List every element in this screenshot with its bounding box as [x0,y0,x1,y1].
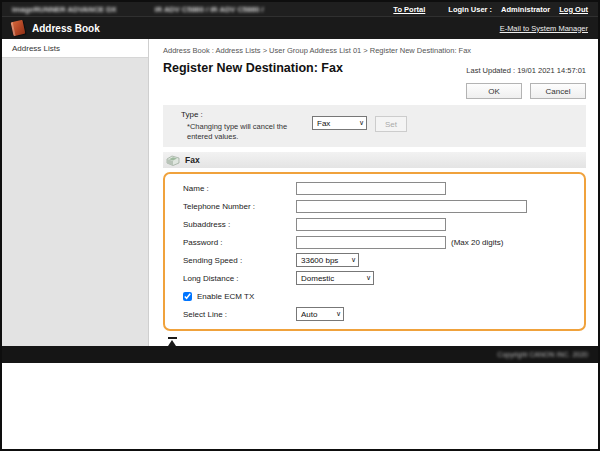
form-row-ecm: Enable ECM TX [165,287,584,305]
chevron-down-icon: ∨ [332,310,341,318]
device-names: iR ADV C5860 / iR ADV C5860 / [155,5,264,14]
sending-speed-select[interactable]: 33600 bps ∨ [296,253,359,267]
type-controls: Fax ∨ Set [312,116,407,142]
fax-section-title: Fax [185,155,200,165]
sending-speed-label: Sending Speed : [165,256,296,265]
type-label-block: Type : *Changing type will cancel the en… [181,110,312,142]
remote-ui-window: imageRUNNER ADVANCE DX iR ADV C5860 / iR… [0,0,600,451]
login-user-label: Login User : [448,5,492,14]
long-distance-select[interactable]: Domestic ∨ [296,271,374,285]
password-label: Password : [165,238,296,247]
chevron-down-icon: ∨ [347,256,356,264]
footer-bar: Copyright CANON INC. 2020 [2,346,598,363]
form-row-long-distance: Long Distance : Domestic ∨ [165,269,584,287]
app-title: Address Book [32,23,100,34]
select-line-value: Auto [301,310,317,319]
login-user-name: Administrator [501,5,550,14]
form-row-select-line: Select Line : Auto ∨ [165,305,584,323]
type-selected-value: Fax [317,119,330,128]
ecm-label[interactable]: Enable ECM TX [197,292,254,301]
session-links: To Portal Login User : Administrator Log… [393,5,588,14]
type-note: *Changing type will cancel the entered v… [187,122,291,142]
fax-machine-icon [166,155,180,166]
email-system-manager-link[interactable]: E-Mail to System Manager [500,24,588,33]
action-buttons: OK Cancel [163,83,586,99]
form-row-password: Password : (Max 20 digits) [165,233,584,251]
type-label: Type : [181,110,312,119]
form-row-subaddress: Subaddress : [165,215,584,233]
telephone-input[interactable] [296,200,527,213]
type-panel: Type : *Changing type will cancel the en… [163,105,586,147]
fax-form: Name : Telephone Number : Subaddress : P… [163,172,586,331]
sending-speed-value: 33600 bps [301,256,338,265]
password-input[interactable] [296,236,446,249]
chevron-down-icon: ∨ [362,274,371,282]
breadcrumb: Address Book : Address Lists > User Grou… [163,46,586,55]
title-row: Register New Destination: Fax Last Updat… [163,61,586,75]
type-select[interactable]: Fax ∨ [312,116,367,130]
form-row-sending-speed: Sending Speed : 33600 bps ∨ [165,251,584,269]
last-updated: Last Updated : 19/01 2021 14:57:01 [466,66,586,75]
device-bar: imageRUNNER ADVANCE DX iR ADV C5860 / iR… [2,2,598,17]
sidebar-item-address-lists[interactable]: Address Lists [2,39,148,58]
logout-link[interactable]: Log Out [559,5,588,14]
device-info: imageRUNNER ADVANCE DX iR ADV C5860 / iR… [12,5,264,14]
ok-button[interactable]: OK [466,83,522,99]
copyright-text: Copyright CANON INC. 2020 [497,351,588,358]
ecm-checkbox[interactable] [183,292,192,301]
telephone-label: Telephone Number : [165,202,296,211]
device-model: imageRUNNER ADVANCE DX [12,5,117,14]
page-title: Register New Destination: Fax [163,61,343,75]
chevron-down-icon: ∨ [355,119,364,127]
form-row-name: Name : [165,179,584,197]
long-distance-label: Long Distance : [165,274,296,283]
set-button[interactable]: Set [375,116,407,132]
long-distance-value: Domestic [301,274,334,283]
main-row: Address Lists Address Book : Address Lis… [2,39,598,346]
form-row-telephone: Telephone Number : [165,197,584,215]
fax-section-header: Fax [163,152,586,168]
name-input[interactable] [296,182,446,195]
sidebar: Address Lists [2,39,149,346]
to-portal-link[interactable]: To Portal [393,5,425,14]
address-book-icon [11,20,26,36]
name-label: Name : [165,184,296,193]
app-title-bar: Address Book E-Mail to System Manager [2,17,598,39]
password-hint: (Max 20 digits) [451,238,503,247]
select-line-select[interactable]: Auto ∨ [296,307,344,321]
scroll-to-top-icon[interactable] [168,337,177,346]
subaddress-label: Subaddress : [165,220,296,229]
select-line-label: Select Line : [165,310,296,319]
content-area: Address Book : Address Lists > User Grou… [149,39,598,346]
cancel-button[interactable]: Cancel [530,83,586,99]
subaddress-input[interactable] [296,218,446,231]
